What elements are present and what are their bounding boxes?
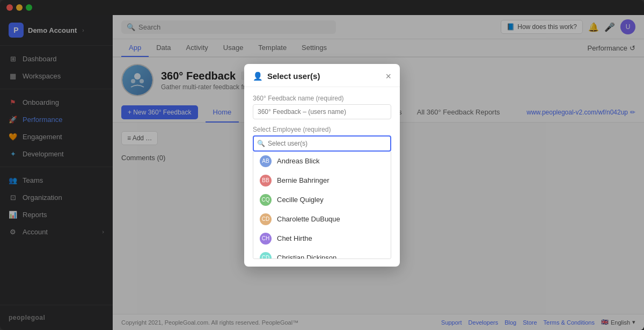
- user-list-item[interactable]: AB Andreas Blick: [253, 152, 391, 171]
- user-name: Bernie Bahringer: [277, 176, 330, 184]
- modal-title-text: Select user(s): [267, 71, 320, 81]
- modal-overlay[interactable]: 👤 Select user(s) × 360° Feedback name (r…: [0, 0, 644, 330]
- modal-body: 360° Feedback name (required) Select Emp…: [244, 87, 400, 267]
- required-indicator: (required): [316, 95, 344, 102]
- user-avatar-0: AB: [260, 155, 272, 167]
- user-name: Christian Dickinson: [277, 254, 336, 259]
- user-name: Chet Hirthe: [277, 234, 312, 242]
- user-avatar-4: CH: [260, 233, 272, 245]
- search-icon-inner: 🔍: [257, 140, 265, 147]
- feedback-name-label: 360° Feedback name (required): [253, 95, 391, 102]
- user-name: Andreas Blick: [277, 157, 319, 165]
- user-icon: 👤: [253, 71, 263, 81]
- user-name: Cecille Quigley: [277, 196, 324, 204]
- modal-header: 👤 Select user(s) ×: [244, 64, 400, 87]
- feedback-name-input[interactable]: [253, 104, 391, 119]
- user-avatar-3: CD: [260, 213, 272, 225]
- user-avatar-1: BB: [260, 175, 272, 186]
- select-users-modal: 👤 Select user(s) × 360° Feedback name (r…: [244, 64, 400, 267]
- modal-close-button[interactable]: ×: [385, 71, 391, 81]
- user-list-item[interactable]: CH Chet Hirthe: [253, 229, 391, 248]
- modal-title: 👤 Select user(s): [253, 71, 320, 81]
- user-avatar-2: CQ: [260, 194, 272, 206]
- app-window: P Demo Account › ⊞ Dashboard ▦ Workspace…: [0, 0, 644, 330]
- user-list-item[interactable]: CD Christian Dickinson: [253, 248, 391, 259]
- employee-label: Select Employee (required): [253, 126, 391, 133]
- required-indicator-2: (required): [303, 126, 331, 133]
- user-list-item[interactable]: CQ Cecille Quigley: [253, 190, 391, 210]
- user-search-wrap: 🔍: [253, 135, 391, 152]
- user-list: AB Andreas Blick BB Bernie Bahringer CQ …: [253, 152, 391, 259]
- user-name: Charolette DuBuque: [277, 215, 340, 223]
- user-list-item[interactable]: BB Bernie Bahringer: [253, 171, 391, 190]
- user-search-input[interactable]: [253, 135, 391, 152]
- user-list-item[interactable]: CD Charolette DuBuque: [253, 210, 391, 229]
- user-avatar-5: CD: [260, 252, 272, 259]
